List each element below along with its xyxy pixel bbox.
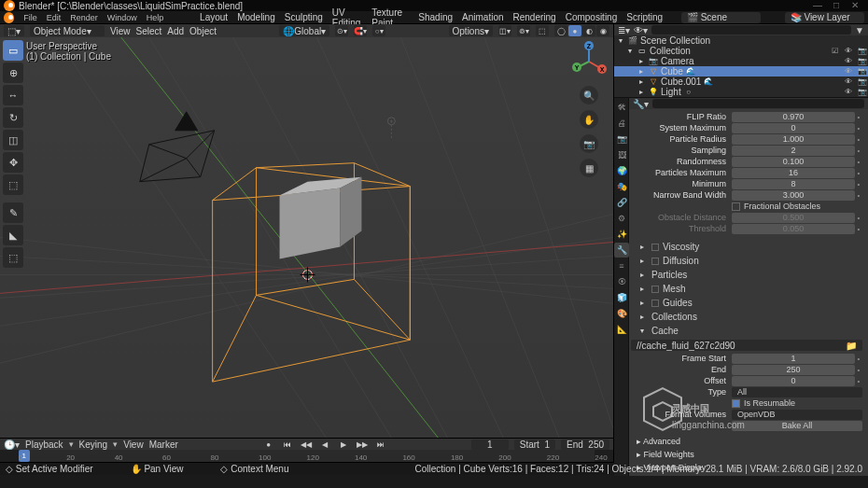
outliner-item-camera[interactable]: ▸📷Camera👁📷 xyxy=(614,56,868,66)
editor-type[interactable]: ⬚▾ xyxy=(4,25,24,36)
vp-object-menu[interactable]: Object xyxy=(189,26,217,36)
field-flip-ratio[interactable]: 0.970 xyxy=(732,112,855,122)
play-rev-icon[interactable]: ◀ xyxy=(318,439,331,450)
section-mesh[interactable]: ▸Mesh xyxy=(631,282,862,296)
props-tab-13[interactable]: 🎨 xyxy=(614,306,629,321)
display-mode-icon[interactable]: 👁▾ xyxy=(634,25,648,35)
tab-modeling[interactable]: Modeling xyxy=(237,12,275,22)
tool-9[interactable]: ◣ xyxy=(3,225,23,245)
mode-select[interactable]: Object Mode ▾ xyxy=(30,25,105,36)
tool-10[interactable]: ⬚ xyxy=(3,247,23,268)
render-icon[interactable]: 📷 xyxy=(857,77,868,86)
field-system-maximum[interactable]: 0 xyxy=(732,123,855,133)
persp-icon[interactable]: ▦ xyxy=(580,159,598,177)
props-search[interactable] xyxy=(652,99,864,108)
disclosure-icon[interactable]: ▸ xyxy=(637,88,646,97)
field-obstacle-distance[interactable]: 0.500 xyxy=(732,213,855,223)
menu-help[interactable]: Help xyxy=(147,13,164,22)
minimize-button[interactable]: — xyxy=(808,0,827,11)
field-minimum[interactable]: 8 xyxy=(732,179,855,189)
snap-icon[interactable]: 🧲▾ xyxy=(354,25,367,36)
eye-icon[interactable]: 👁 xyxy=(843,47,854,55)
exclude-icon[interactable]: ☑ xyxy=(829,47,840,55)
zoom-icon[interactable]: 🔍 xyxy=(580,86,598,105)
close-button[interactable]: ✕ xyxy=(846,0,864,11)
jump-nextkey-icon[interactable]: ▶▶ xyxy=(356,439,369,450)
folder-icon[interactable]: 📁 xyxy=(846,341,857,351)
props-tab-1[interactable]: 🖨 xyxy=(614,116,629,131)
disclosure-icon[interactable]: ▸ xyxy=(640,271,648,279)
props-tab-14[interactable]: 📐 xyxy=(614,322,629,337)
tool-2[interactable]: ↔ xyxy=(3,85,23,105)
shading-modes[interactable]: ◯ ● ◐ ◉ xyxy=(554,25,609,36)
tool-4[interactable]: ◫ xyxy=(3,130,23,150)
section-checkbox[interactable] xyxy=(651,286,659,293)
outliner-item-cube-001[interactable]: ▸▽Cube.001🌊👁📷 xyxy=(614,77,868,87)
props-tab-10[interactable]: ≡ xyxy=(614,258,629,273)
section-checkbox[interactable] xyxy=(651,258,659,265)
props-tab-6[interactable]: 🔗 xyxy=(614,195,629,210)
tool-1[interactable]: ⊕ xyxy=(3,63,23,83)
tab-shading[interactable]: Shading xyxy=(418,12,453,22)
resumable-checkbox[interactable] xyxy=(732,399,740,408)
pan-icon[interactable]: ✋ xyxy=(580,110,598,129)
props-tab-8[interactable]: ✨ xyxy=(614,227,629,242)
panel-field-weights[interactable]: ▸ Field Weights xyxy=(631,448,862,461)
outliner-search[interactable] xyxy=(651,25,851,35)
propedit-icon[interactable]: ○▾ xyxy=(372,25,385,36)
pivot-icon[interactable]: ⊙▾ xyxy=(335,25,348,36)
props-tab-4[interactable]: 🌍 xyxy=(614,163,629,178)
disclosure-icon[interactable]: ▸ xyxy=(640,299,648,307)
menu-edit[interactable]: Edit xyxy=(47,13,62,22)
maximize-button[interactable]: □ xyxy=(827,0,846,11)
field-threshold[interactable]: 0.050 xyxy=(732,224,855,234)
menu-render[interactable]: Render xyxy=(70,13,98,22)
cache-type-select[interactable]: All xyxy=(732,387,862,397)
viewport-3d[interactable]: User Perspective (1) Collection | Cube ▭… xyxy=(0,37,613,438)
menu-file[interactable]: File xyxy=(23,13,37,22)
outliner-item-cube[interactable]: ▸▽Cube🌊👁📷 xyxy=(614,66,868,77)
vp-add-menu[interactable]: Add xyxy=(167,26,184,36)
eye-icon[interactable]: 👁 xyxy=(843,77,854,86)
tool-3[interactable]: ↻ xyxy=(3,107,23,128)
props-tab-12[interactable]: 🧊 xyxy=(614,290,629,305)
eye-icon[interactable]: 👁 xyxy=(843,67,854,76)
jump-start-icon[interactable]: ⏮ xyxy=(281,439,294,450)
current-frame[interactable]: 1 xyxy=(471,439,509,450)
orient-select[interactable]: 🌐 Global ▾ xyxy=(279,25,329,36)
outliner-item-light[interactable]: ▸💡Light○👁📷 xyxy=(614,87,868,97)
section-checkbox[interactable] xyxy=(651,244,659,251)
format-select[interactable]: OpenVDB xyxy=(732,410,862,420)
tool-6[interactable]: ⬚ xyxy=(3,174,23,195)
nav-gizmo[interactable]: X Y Z xyxy=(570,43,608,80)
props-tab-11[interactable]: ⦿ xyxy=(614,274,629,289)
tool-8[interactable]: ✎ xyxy=(3,202,23,223)
section-guides[interactable]: ▸Guides xyxy=(631,296,862,310)
viewlayer-field[interactable]: 📚 View Layer xyxy=(785,12,864,23)
tm-keying-menu[interactable]: Keying xyxy=(79,439,108,450)
field-particles-maximum[interactable]: 16 xyxy=(732,168,855,178)
field-randomness[interactable]: 0.100 xyxy=(732,157,855,167)
field-end[interactable]: 250 xyxy=(732,365,855,375)
jump-prevkey-icon[interactable]: ◀◀ xyxy=(300,439,313,450)
menu-window[interactable]: Window xyxy=(107,13,137,22)
eye-icon[interactable]: 👁 xyxy=(843,88,854,96)
render-icon[interactable]: 📷 xyxy=(857,67,868,76)
props-tab-5[interactable]: 🎭 xyxy=(614,179,629,194)
autokey-icon[interactable]: ● xyxy=(262,439,275,450)
section-collections[interactable]: ▸Collections xyxy=(631,310,862,324)
tool-0[interactable]: ▭ xyxy=(3,40,23,61)
gizmo-toggle-icon[interactable]: ◫▾ xyxy=(498,25,511,36)
eye-icon[interactable]: 👁 xyxy=(843,57,854,65)
vp-select-menu[interactable]: Select xyxy=(136,26,162,36)
cache-path-field[interactable]: //cache_fluid_627c2d90📁 xyxy=(631,340,862,351)
tab-scripting[interactable]: Scripting xyxy=(626,12,663,22)
disclosure-icon[interactable]: ▸ xyxy=(637,67,646,77)
timeline-track[interactable]: 1 020406080100120140160180200220240 xyxy=(0,450,613,462)
scene-field[interactable]: 🎬 Scene xyxy=(681,12,761,23)
tab-compositing[interactable]: Compositing xyxy=(566,12,618,22)
disclosure-icon[interactable]: ▸ xyxy=(637,57,646,66)
tab-animation[interactable]: Animation xyxy=(462,12,503,22)
overlay-toggle-icon[interactable]: ⊚▾ xyxy=(517,25,530,36)
field-sampling[interactable]: 2 xyxy=(732,146,855,156)
